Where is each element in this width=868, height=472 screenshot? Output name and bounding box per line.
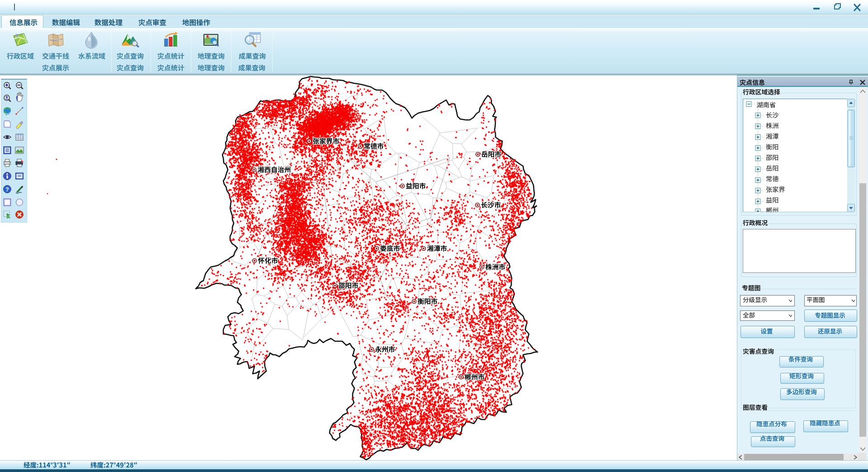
svg-text:?: ?	[5, 186, 9, 193]
